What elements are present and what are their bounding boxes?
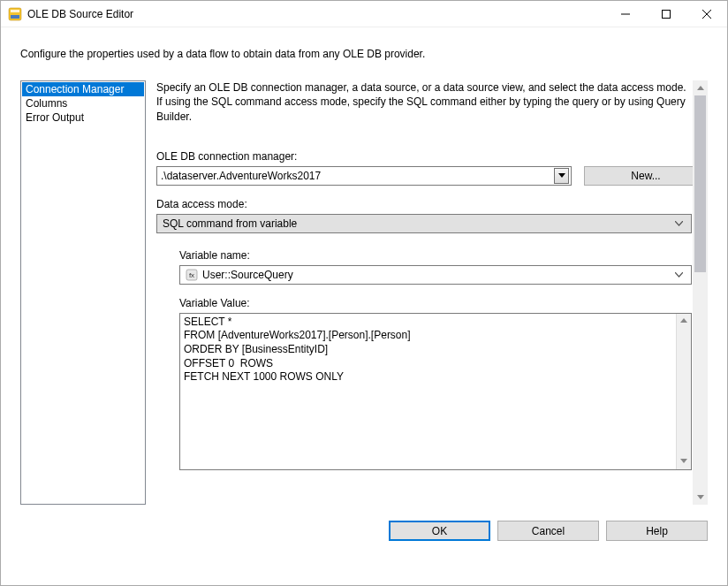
- data-access-mode-dropdown[interactable]: SQL command from variable: [156, 214, 692, 233]
- help-button[interactable]: Help: [606, 521, 708, 541]
- variable-value-text: SELECT * FROM [AdventureWorks2017].[Pers…: [184, 316, 411, 383]
- new-button[interactable]: New...: [584, 166, 708, 186]
- sidebar-item-error-output[interactable]: Error Output: [22, 110, 144, 125]
- variable-value-textarea[interactable]: SELECT * FROM [AdventureWorks2017].[Pers…: [179, 313, 692, 470]
- data-access-mode-value: SQL command from variable: [163, 217, 671, 230]
- svg-marker-10: [680, 318, 687, 323]
- var-value-label: Variable Value:: [179, 297, 692, 309]
- chevron-down-icon: [671, 221, 686, 226]
- svg-marker-13: [697, 495, 704, 499]
- textarea-scrollbar[interactable]: [676, 314, 691, 469]
- sidebar-item-connection-manager[interactable]: Connection Manager: [22, 82, 144, 96]
- dropdown-arrow-icon[interactable]: [554, 168, 569, 184]
- variable-icon: fx: [186, 269, 198, 281]
- sidebar: Connection Manager Columns Error Output: [20, 80, 146, 505]
- description-text: Configure the properties used by a data …: [1, 27, 727, 80]
- minimize-button[interactable]: [605, 1, 646, 27]
- scrollbar-thumb[interactable]: [694, 95, 706, 272]
- conn-label: OLE DB connection manager:: [156, 150, 708, 163]
- var-name-label: Variable name:: [179, 249, 692, 262]
- svg-marker-7: [558, 173, 565, 178]
- panel-scrollbar[interactable]: [693, 80, 708, 505]
- titlebar: OLE DB Source Editor: [1, 1, 727, 27]
- conn-manager-value: .\dataserver.AdventureWorks2017: [161, 170, 554, 182]
- svg-rect-2: [11, 15, 19, 19]
- svg-marker-11: [680, 459, 687, 463]
- footer: OK Cancel Help: [1, 505, 727, 541]
- ok-button[interactable]: OK: [389, 521, 490, 541]
- variable-name-value: User::SourceQuery: [202, 269, 293, 281]
- cancel-button[interactable]: Cancel: [497, 521, 599, 541]
- panel-help-text: Specify an OLE DB connection manager, a …: [156, 80, 708, 124]
- svg-text:fx: fx: [189, 271, 194, 279]
- scroll-up-icon[interactable]: [677, 314, 691, 329]
- svg-rect-1: [11, 10, 19, 12]
- sidebar-item-columns[interactable]: Columns: [22, 96, 144, 110]
- maximize-button[interactable]: [646, 1, 686, 27]
- app-icon: [8, 7, 22, 21]
- right-panel: Specify an OLE DB connection manager, a …: [146, 80, 708, 505]
- close-button[interactable]: [686, 1, 727, 27]
- scroll-down-icon[interactable]: [677, 454, 691, 469]
- mode-label: Data access mode:: [156, 198, 692, 210]
- scroll-up-icon[interactable]: [693, 80, 708, 95]
- scroll-down-icon[interactable]: [693, 490, 708, 505]
- svg-rect-4: [663, 11, 671, 19]
- variable-name-dropdown[interactable]: fx User::SourceQuery: [179, 265, 692, 285]
- svg-marker-12: [697, 86, 704, 90]
- window-title: OLE DB Source Editor: [27, 8, 605, 20]
- chevron-down-icon: [671, 272, 686, 278]
- conn-manager-dropdown[interactable]: .\dataserver.AdventureWorks2017: [156, 166, 572, 186]
